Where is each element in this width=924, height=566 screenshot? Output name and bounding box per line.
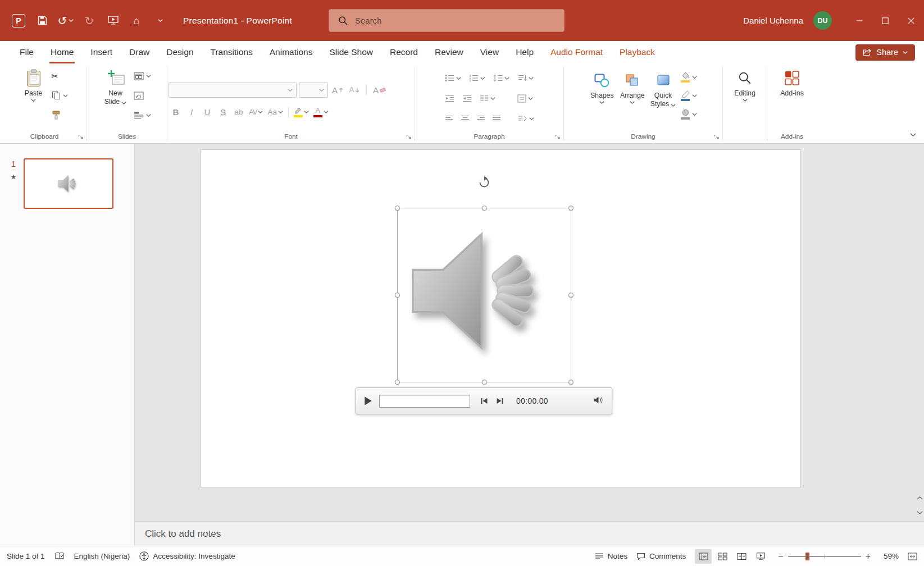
save-button[interactable] [30,8,54,33]
audio-clip-icon[interactable] [402,217,566,365]
align-left-button[interactable] [444,112,455,125]
shape-effects-button[interactable] [681,107,697,121]
spell-check-button[interactable] [54,552,65,560]
notes-placeholder[interactable]: Click to add notes [145,528,221,540]
tab-review[interactable]: Review [426,41,472,63]
shape-fill-button[interactable] [681,70,697,84]
slide-canvas[interactable]: 00:00.00 [201,150,800,487]
resize-handle-top-right[interactable] [568,206,573,211]
notes-toggle-button[interactable]: Notes [595,552,627,560]
resize-handle-bottom-middle[interactable] [482,380,487,385]
tab-draw[interactable]: Draw [121,41,158,63]
cut-button[interactable]: ✂ [49,69,71,83]
redo-button[interactable]: ↻ [78,8,101,33]
zoom-slider[interactable] [788,552,861,561]
editing-button[interactable]: Editing [730,63,760,130]
font-color-button[interactable]: A [312,105,330,120]
slide-show-view-button[interactable] [752,549,769,564]
text-direction-button[interactable] [516,71,535,85]
move-forward-button[interactable] [496,398,504,404]
tab-playback[interactable]: Playback [611,41,663,63]
rotate-handle[interactable] [477,176,491,191]
tab-transitions[interactable]: Transitions [202,41,261,63]
vertical-scrollbar[interactable] [917,492,923,517]
comments-toggle-button[interactable]: Comments [636,552,686,560]
tab-view[interactable]: View [472,41,507,63]
user-name[interactable]: Daniel Uchenna [743,16,803,25]
bold-button[interactable]: B [169,105,183,120]
clear-formatting-button[interactable]: A [371,83,388,97]
font-dialog-launcher[interactable] [406,134,412,140]
section-button[interactable] [131,108,154,122]
decrease-indent-button[interactable] [444,92,456,105]
undo-button[interactable]: ↺ [54,8,78,33]
start-slideshow-button[interactable] [101,8,125,33]
animation-indicator-icon[interactable]: ★ [11,174,16,181]
shrink-font-button[interactable]: A [347,83,362,97]
tab-home[interactable]: Home [42,41,82,63]
quick-styles-button[interactable]: Quick Styles [648,66,679,130]
resize-handle-middle-left[interactable] [395,293,400,298]
tab-audio-format[interactable]: Audio Format [542,41,611,63]
line-spacing-button[interactable] [492,71,511,85]
font-size-combo[interactable] [299,83,328,98]
tab-design[interactable]: Design [158,41,202,63]
slide-sorter-view-button[interactable] [714,549,731,564]
resize-handle-bottom-left[interactable] [395,380,400,385]
accessibility-button[interactable]: Accessibility: Investigate [139,551,235,561]
shapes-button[interactable]: Shapes [587,66,617,130]
align-text-button[interactable] [516,92,535,105]
reading-view-button[interactable] [733,549,750,564]
notes-pane[interactable]: Click to add notes [135,521,924,546]
character-spacing-button[interactable]: AV [247,105,265,120]
close-button[interactable] [898,0,924,41]
avatar[interactable]: DU [813,11,832,30]
resize-handle-top-left[interactable] [395,206,400,211]
addins-button[interactable]: Add-ins [777,63,807,130]
scroll-up-button[interactable] [917,492,923,502]
justify-button[interactable] [491,112,502,125]
tab-insert[interactable]: Insert [82,41,121,63]
format-painter-button[interactable] [49,108,71,122]
resize-handle-top-middle[interactable] [482,206,487,211]
resize-handle-bottom-right[interactable] [568,380,573,385]
minimize-button[interactable] [846,0,872,41]
audio-object-selection[interactable] [397,208,571,382]
drawing-dialog-launcher[interactable] [714,134,720,140]
paste-button[interactable]: Paste [19,63,49,130]
normal-view-button[interactable] [695,549,712,564]
tab-file[interactable]: File [11,41,42,63]
reset-slide-button[interactable] [131,89,154,102]
tab-record[interactable]: Record [381,41,426,63]
zoom-out-button[interactable]: − [778,552,783,561]
shape-outline-button[interactable] [681,89,697,102]
arrange-button[interactable]: Arrange [617,66,648,130]
italic-button[interactable]: I [184,105,199,120]
numbering-button[interactable] [468,71,486,85]
columns-button[interactable] [479,92,497,105]
scroll-down-button[interactable] [917,506,923,517]
align-center-button[interactable] [459,112,471,125]
grow-font-button[interactable]: A [330,83,345,97]
text-highlight-color-button[interactable] [292,105,311,120]
tab-help[interactable]: Help [507,41,542,63]
copy-button[interactable] [49,89,71,102]
resize-handle-middle-right[interactable] [568,293,573,298]
home-button[interactable]: ⌂ [125,8,148,33]
zoom-in-button[interactable]: + [866,552,871,561]
bullets-button[interactable] [444,71,462,85]
change-case-button[interactable]: Aa [266,105,285,120]
search-input[interactable] [355,16,555,25]
play-button[interactable] [364,396,372,406]
slide-layout-button[interactable] [131,69,154,83]
tab-animations[interactable]: Animations [261,41,321,63]
clipboard-dialog-launcher[interactable] [78,134,84,140]
underline-button[interactable]: U [200,105,215,120]
qat-customize-button[interactable] [148,8,172,33]
collapse-ribbon-button[interactable] [910,129,916,139]
media-progress-bar[interactable] [379,395,470,408]
share-button[interactable]: Share [855,44,915,61]
align-right-button[interactable] [475,112,486,125]
convert-to-smartart-button[interactable] [516,112,535,125]
fit-slide-to-window-button[interactable] [908,553,917,560]
